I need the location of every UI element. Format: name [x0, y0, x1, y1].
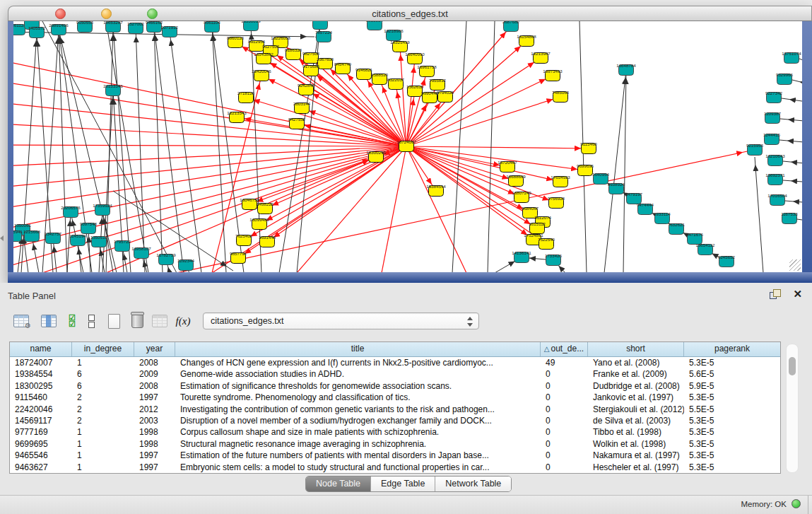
network-node[interactable]: 9474444 — [637, 202, 654, 215]
table-cell[interactable]: 6 — [72, 368, 134, 380]
network-node[interactable]: 10653287 — [103, 21, 123, 33]
network-node[interactable]: 16210643 — [765, 153, 785, 166]
network-node[interactable]: 8454749 — [334, 62, 352, 74]
table-cell[interactable]: 5.9E-5 — [684, 380, 780, 392]
network-node[interactable]: 8186328 — [285, 47, 302, 60]
create-column-button[interactable] — [104, 311, 124, 331]
network-edge[interactable] — [623, 70, 626, 272]
table-cell[interactable]: 2009 — [134, 368, 175, 380]
network-edge[interactable] — [797, 219, 802, 221]
network-node[interactable]: 9245652 — [718, 255, 736, 267]
tab-network-table[interactable]: Network Table — [435, 477, 511, 491]
network-node[interactable]: 17654923 — [551, 175, 570, 187]
network-node[interactable]: 1588520 — [371, 72, 389, 85]
network-node[interactable]: 9329966 — [776, 72, 794, 85]
network-node[interactable]: 9242848 — [298, 83, 315, 95]
network-node[interactable]: 1691448 — [259, 235, 276, 247]
table-cell[interactable]: Estimation of the future numbers of pati… — [175, 450, 541, 461]
network-node[interactable]: 9756928 — [548, 196, 565, 209]
table-header-row[interactable]: namein_degreeyeartitle△out_de...shortpag… — [10, 342, 780, 357]
network-node[interactable]: 1498222 — [257, 201, 274, 214]
network-node[interactable]: 1342757 — [45, 231, 62, 244]
table-cell[interactable]: 0 — [541, 450, 588, 461]
column-header-name[interactable]: name — [10, 342, 72, 356]
network-node[interactable]: 1292344 — [177, 258, 195, 271]
network-node[interactable]: 9857791 — [230, 251, 247, 264]
column-header-year[interactable]: year — [134, 342, 175, 356]
table-cell[interactable]: 1997 — [134, 450, 175, 461]
network-edge[interactable] — [792, 80, 802, 85]
scrollbar-thumb[interactable] — [789, 357, 796, 375]
network-node[interactable]: 1527002 — [127, 21, 145, 34]
table-mode-button[interactable]: ⚙ — [11, 311, 31, 331]
show-columns-button[interactable] — [39, 311, 59, 331]
network-node[interactable]: 10654112 — [695, 243, 715, 255]
network-node[interactable]: 1244415 — [763, 132, 781, 145]
network-node[interactable]: 10688609 — [506, 174, 526, 187]
network-node[interactable]: 9175685 — [302, 64, 320, 76]
table-cell[interactable]: 5.3E-5 — [684, 450, 780, 461]
network-edge[interactable] — [382, 146, 406, 272]
network-node[interactable]: 8427552 — [288, 117, 306, 129]
network-node[interactable]: 16099489 — [249, 217, 269, 230]
network-edge[interactable] — [400, 47, 406, 146]
table-cell[interactable]: 5.3E-5 — [684, 392, 780, 403]
network-node[interactable]: 14136141 — [512, 250, 531, 263]
network-canvas[interactable]: 1861123905312714055722089140691505531065… — [13, 21, 802, 272]
table-row[interactable]: 1830029562008Estimation of significance … — [10, 380, 780, 392]
float-window-icon[interactable] — [770, 289, 781, 300]
network-node[interactable]: 10973493 — [543, 69, 563, 81]
table-cell[interactable]: Structural magnetic resonance image aver… — [175, 438, 541, 450]
table-cell[interactable]: 0 — [541, 415, 588, 426]
network-edge[interactable] — [13, 146, 406, 166]
network-node[interactable]: 7632621 — [668, 222, 686, 235]
table-cell[interactable]: Embryonic stem cells: a model to study s… — [175, 462, 541, 473]
table-cell[interactable]: 5.3E-5 — [684, 357, 780, 368]
table-cell[interactable]: 1 — [72, 450, 134, 461]
table-cell[interactable]: 9699695 — [10, 438, 72, 450]
network-node[interactable]: 1795722 — [114, 239, 131, 252]
table-cell[interactable]: Tibbo et al. (1998) — [588, 426, 684, 438]
table-cell[interactable]: 1 — [72, 438, 134, 450]
table-cell[interactable]: 5.3E-5 — [684, 462, 780, 473]
network-edge[interactable] — [779, 140, 802, 143]
network-node[interactable]: 17359924 — [93, 203, 112, 216]
table-cell[interactable]: 0 — [541, 380, 588, 392]
table-cell[interactable]: 1997 — [134, 392, 175, 403]
table-cell[interactable]: 1 — [72, 426, 134, 438]
table-cell[interactable]: 2 — [72, 392, 134, 403]
table-cell[interactable]: Investigating the contribution of common… — [175, 404, 541, 415]
network-edge[interactable] — [212, 27, 226, 272]
table-cell[interactable]: Corpus callosum shape and size in male p… — [175, 426, 541, 438]
network-node[interactable]: 20891406 — [49, 23, 69, 35]
table-cell[interactable]: 22420046 — [10, 404, 72, 415]
table-cell[interactable]: 1998 — [134, 438, 175, 450]
table-row[interactable]: 911546021997Tourette syndrome. Phenomeno… — [10, 392, 780, 403]
table-cell[interactable]: 1997 — [134, 462, 175, 473]
resize-grip[interactable] — [789, 259, 801, 271]
table-selector-dropdown[interactable]: citations_edges.txt — [203, 313, 479, 329]
network-edge[interactable] — [406, 146, 589, 148]
table-cell[interactable]: 0 — [541, 438, 588, 450]
table-cell[interactable]: 14569117 — [10, 415, 72, 426]
table-cell[interactable]: 18300295 — [10, 380, 72, 392]
table-cell[interactable]: 5.5E-5 — [684, 404, 780, 415]
table-cell[interactable]: de Silva et al. (2003) — [588, 415, 684, 426]
table-cell[interactable]: 49 — [541, 357, 588, 368]
network-node[interactable]: 2803144 — [293, 101, 311, 114]
table-row[interactable]: 1872400712008Changes of HCN gene express… — [10, 357, 780, 368]
network-node[interactable]: 7625402 — [235, 233, 253, 246]
table-cell[interactable]: 1 — [72, 357, 134, 368]
network-node[interactable]: 1405572 — [28, 25, 46, 38]
network-edge[interactable] — [136, 28, 145, 272]
tab-edge-table[interactable]: Edge Table — [371, 477, 435, 491]
network-edge[interactable] — [59, 30, 117, 272]
network-node[interactable]: 1145194 — [69, 233, 86, 246]
table-row[interactable]: 1938455462009Genome-wide association stu… — [10, 368, 780, 380]
network-node[interactable]: 16033809 — [310, 21, 330, 30]
function-builder-button[interactable]: f(x) — [173, 311, 193, 331]
table-cell[interactable]: Genome-wide association studies in ADHD. — [175, 368, 541, 380]
table-cell[interactable]: Yano et al. (2008) — [588, 357, 684, 368]
network-node[interactable]: 18325419 — [390, 40, 410, 52]
network-node[interactable]: 7955812 — [429, 78, 447, 90]
